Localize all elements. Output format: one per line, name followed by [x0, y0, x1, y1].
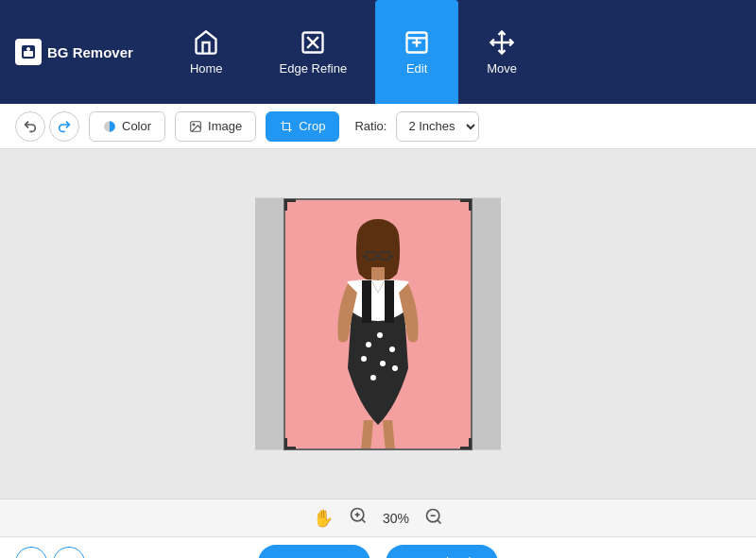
canvas-area — [0, 149, 756, 499]
nav-move-label: Move — [487, 61, 517, 76]
move-icon — [489, 29, 515, 56]
next-button[interactable] — [53, 547, 85, 558]
svg-line-27 — [362, 519, 366, 523]
zoom-out-icon — [424, 507, 443, 526]
hand-icon: ✋ — [313, 508, 334, 529]
svg-point-2 — [26, 47, 30, 51]
image-tool-button[interactable]: Image — [175, 111, 256, 142]
undo-icon — [23, 119, 38, 134]
svg-point-7 — [193, 124, 195, 126]
crop-label: Crop — [299, 119, 325, 133]
brand-icon — [15, 39, 42, 65]
zoom-in-icon — [349, 506, 368, 525]
zoom-percent: 30% — [383, 511, 409, 526]
nav-edge-refine-label: Edge Refine — [280, 61, 348, 76]
crop-overlay — [284, 198, 472, 450]
edge-refine-icon — [300, 29, 326, 56]
zoom-in-button[interactable] — [349, 506, 368, 530]
color-icon — [103, 120, 116, 133]
undo-button[interactable] — [15, 111, 45, 142]
image-container[interactable] — [284, 198, 472, 450]
svg-rect-8 — [284, 123, 290, 129]
crop-icon — [280, 120, 293, 133]
svg-line-31 — [438, 520, 441, 524]
home-icon — [193, 29, 219, 56]
ratio-select[interactable]: 2 Inches 1 Inch 4 Inches Custom — [396, 111, 479, 142]
prev-button[interactable] — [15, 547, 47, 558]
download-button[interactable]: Download — [386, 545, 497, 558]
footer-actions: New Image Download — [258, 545, 497, 558]
brand-label: BG Remover — [47, 44, 133, 60]
new-image-button[interactable]: New Image — [258, 545, 370, 558]
footer: New Image Download — [0, 536, 756, 558]
nav-home-label: Home — [190, 61, 223, 76]
image-label: Image — [208, 119, 242, 133]
crop-tool-button[interactable]: Crop — [266, 111, 339, 142]
ratio-label: Ratio: — [354, 119, 387, 133]
nav-item-home[interactable]: Home — [162, 0, 251, 104]
nav-item-move[interactable]: Move — [458, 0, 545, 104]
color-tool-button[interactable]: Color — [89, 111, 165, 142]
gray-border-right — [472, 198, 501, 450]
crop-corner-br — [460, 438, 472, 449]
crop-corner-tl — [284, 199, 296, 211]
nav-edit-label: Edit — [406, 61, 427, 76]
redo-icon — [57, 119, 72, 134]
zoom-out-button[interactable] — [424, 507, 443, 529]
status-bar: ✋ 30% — [0, 499, 756, 536]
edit-icon — [404, 29, 430, 56]
nav-item-edge-refine[interactable]: Edge Refine — [251, 0, 376, 104]
toolbar: Color Image Crop Ratio: 2 Inches 1 Inch … — [0, 104, 756, 149]
brand: BG Remover — [15, 39, 133, 65]
color-label: Color — [122, 119, 151, 133]
crop-corner-tr — [460, 199, 472, 211]
gray-border-left — [255, 198, 284, 450]
svg-rect-1 — [24, 51, 33, 57]
image-icon — [189, 120, 202, 133]
nav-items: Home Edge Refine Edit Move — [162, 0, 545, 104]
navbar: BG Remover Home Edge Refine Ed — [0, 0, 756, 104]
crop-corner-bl — [284, 438, 296, 449]
nav-item-edit[interactable]: Edit — [375, 0, 458, 104]
undo-redo-group — [15, 111, 79, 142]
redo-button[interactable] — [49, 111, 79, 142]
